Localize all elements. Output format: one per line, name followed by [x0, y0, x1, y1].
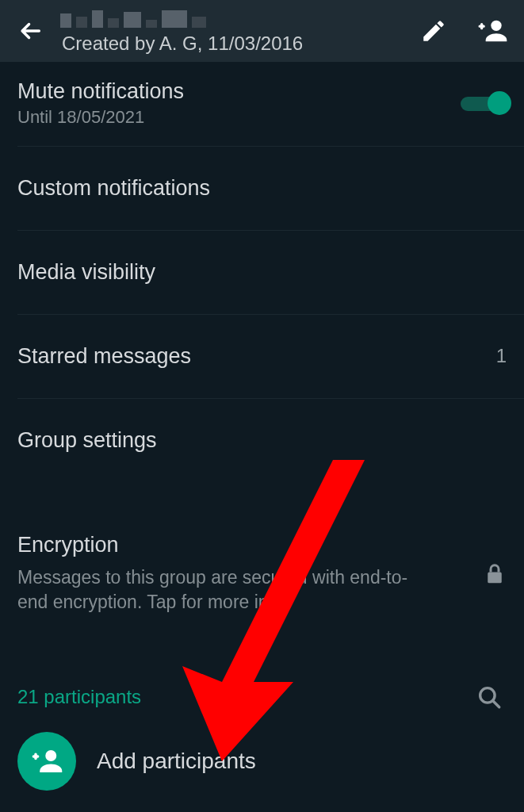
toggle-thumb: [488, 91, 511, 115]
title-block: Created by A. G, 11/03/2016: [62, 7, 402, 55]
svg-rect-1: [488, 572, 502, 583]
row-group-settings[interactable]: Group settings: [0, 398, 524, 482]
row-starred-messages[interactable]: Starred messages 1: [0, 314, 524, 398]
row-title: Mute notifications: [17, 79, 461, 104]
row-custom-notifications[interactable]: Custom notifications: [0, 146, 524, 230]
search-icon: [476, 684, 503, 710]
svg-point-4: [45, 750, 56, 761]
starred-count: 1: [484, 345, 507, 367]
participants-count-label: 21 participants: [17, 686, 141, 708]
svg-line-3: [493, 701, 499, 707]
participants-header: 21 participants: [0, 661, 524, 721]
back-button[interactable]: [13, 13, 48, 48]
row-media-visibility[interactable]: Media visibility: [0, 230, 524, 314]
add-participant-header-button[interactable]: [475, 13, 510, 48]
row-subtitle: Messages to this group are secured with …: [17, 565, 430, 615]
created-by-label: Created by A. G, 11/03/2016: [62, 33, 402, 55]
edit-button[interactable]: [416, 13, 451, 48]
header-actions: [416, 13, 510, 48]
person-add-icon: [476, 15, 508, 47]
add-participants-fab[interactable]: [17, 732, 76, 791]
row-mute-notifications[interactable]: Mute notifications Until 18/05/2021: [0, 62, 524, 146]
row-title: Custom notifications: [17, 176, 507, 201]
row-add-participants[interactable]: Add participants: [0, 721, 524, 806]
row-encryption[interactable]: Encryption Messages to this group are se…: [0, 509, 524, 634]
search-participants-button[interactable]: [472, 680, 507, 714]
settings-list: Mute notifications Until 18/05/2021 Cust…: [0, 62, 524, 806]
add-participants-label: Add participants: [97, 749, 256, 774]
person-add-icon: [30, 745, 63, 778]
section-divider: [0, 482, 524, 509]
mute-toggle[interactable]: [461, 92, 507, 114]
arrow-back-icon: [17, 17, 44, 44]
svg-point-0: [491, 21, 501, 31]
pencil-icon: [420, 17, 447, 44]
group-name-redacted: [60, 10, 206, 28]
row-subtitle: Until 18/05/2021: [17, 107, 461, 128]
app-bar: Created by A. G, 11/03/2016: [0, 0, 524, 62]
lock-icon: [483, 560, 507, 588]
row-title: Group settings: [17, 428, 507, 453]
row-title: Media visibility: [17, 260, 507, 285]
section-divider: [0, 634, 524, 661]
row-title: Encryption: [17, 533, 430, 557]
row-title: Starred messages: [17, 344, 484, 369]
